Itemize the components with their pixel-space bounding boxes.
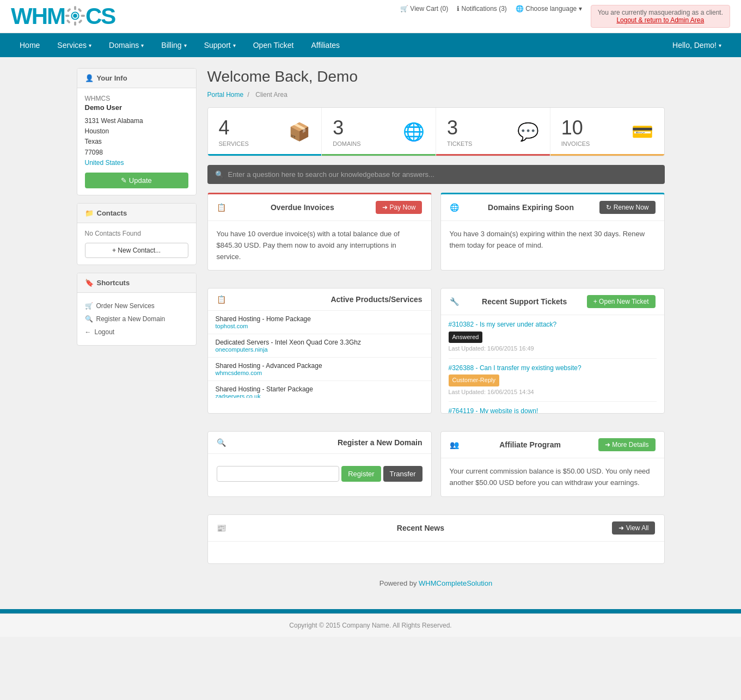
new-contact-button[interactable]: + New Contact...: [85, 243, 188, 258]
nav-domains[interactable]: Domains ▾: [100, 33, 152, 57]
register-domain-header: 🔍 Register a New Domain: [208, 432, 431, 454]
affiliate-text: Your current commission balance is $50.0…: [450, 467, 650, 487]
renew-now-button[interactable]: ↻ Renew Now: [599, 201, 655, 214]
no-contacts-text: No Contacts Found: [85, 230, 188, 237]
nav-hello-chevron: ▾: [719, 42, 721, 48]
contacts-box: 📁 Contacts No Contacts Found + New Conta…: [77, 203, 197, 265]
active-services-panel: 📋 Active Products/Services Shared Hostin…: [207, 288, 432, 414]
notifications-link[interactable]: ℹ Notifications (3): [457, 5, 507, 13]
cart-link[interactable]: 🛒 View Cart (0): [400, 5, 448, 13]
ticket-icon: 💬: [517, 121, 539, 142]
domains-expiring-text: You have 3 domain(s) expiring within the…: [450, 230, 645, 249]
ticket-date-0: Last Updated: 16/06/2015 16:49: [449, 344, 657, 354]
search-input[interactable]: [228, 170, 657, 179]
stat-domains-number: 3: [333, 116, 360, 139]
stat-domains: 3 DOMAINS 🌐: [322, 108, 436, 156]
open-new-ticket-button[interactable]: + Open New Ticket: [587, 295, 656, 308]
address-line3: Texas: [85, 137, 188, 147]
ticket-date-1: Last Updated: 16/06/2015 14:34: [449, 388, 657, 397]
footer-teal-bar: [0, 609, 741, 613]
service-item-1: Dedicated Servers - Intel Xeon Quad Core…: [208, 334, 431, 358]
ticket-id-1: #326388: [449, 364, 474, 372]
ticket-link-1[interactable]: #326388 - Can I transfer my existing web…: [449, 364, 581, 372]
nav-billing-chevron: ▾: [184, 42, 187, 48]
domains-expiring-icon: 🌐: [450, 203, 459, 212]
services-panel-icon: 📋: [217, 295, 226, 304]
overdue-invoices-panel: 📋 Overdue Invoices ➜ Pay Now You have 10…: [207, 193, 432, 271]
masquerade-text: You are currently masquerading as a clie…: [598, 9, 723, 16]
language-link[interactable]: 🌐 Choose language ▾: [516, 5, 582, 13]
domains-expiring-body: You have 3 domain(s) expiring within the…: [441, 221, 664, 259]
shortcut-domain-label: Register a New Domain: [96, 315, 166, 323]
pay-now-button[interactable]: ➜ Pay Now: [376, 201, 422, 214]
stat-invoices: 10 INVOICES 💳: [550, 108, 664, 156]
shortcut-logout[interactable]: ← Logout: [85, 326, 188, 339]
domain-reg-icon: 🔍: [217, 438, 226, 447]
copyright-text: Copyright © 2015 Company Name. All Right…: [289, 622, 451, 629]
ticket-link-2[interactable]: #764119 - My website is down!: [449, 407, 538, 413]
domains-expiring-panel: 🌐 Domains Expiring Soon ↻ Renew Now You …: [440, 193, 665, 271]
ticket-link-0[interactable]: #310382 - Is my server under attack?: [449, 321, 557, 328]
domain-input[interactable]: [217, 466, 340, 482]
service-domain-2[interactable]: whmcsdemo.com: [216, 370, 424, 376]
transfer-domain-button[interactable]: Transfer: [383, 466, 422, 482]
news-icon: 📰: [217, 524, 226, 532]
content-area: Welcome Back, Demo Portal Home / Client …: [207, 68, 665, 587]
stat-services-number: 4: [219, 116, 249, 139]
nav-services[interactable]: Services ▾: [48, 33, 100, 57]
main-wrapper: 👤 Your Info WHMCS Demo User 3131 West Al…: [66, 57, 676, 598]
invoice-panel-icon: 📋: [217, 203, 226, 212]
language-label: Choose language: [525, 5, 577, 13]
nav-affiliates[interactable]: Affiliates: [302, 33, 348, 57]
nav-domains-label: Domains: [109, 41, 139, 50]
nav-hello[interactable]: Hello, Demo! ▾: [664, 33, 730, 57]
shortcuts-header: 🔖 Shortcuts: [77, 273, 196, 293]
nav-support[interactable]: Support ▾: [195, 33, 244, 57]
svg-rect-5: [67, 8, 71, 13]
service-domain-0[interactable]: tophost.com: [216, 323, 424, 329]
register-domain-button[interactable]: Register: [341, 466, 381, 482]
stat-services-bar: [208, 154, 322, 156]
notifications-label: Notifications (3): [462, 5, 507, 13]
active-services-header: 📋 Active Products/Services: [208, 288, 431, 311]
page-title: Welcome Back, Demo: [207, 68, 665, 85]
server-icon: 📦: [289, 121, 310, 142]
overdue-invoices-text: You have 10 overdue invoice(s) with a to…: [217, 230, 400, 261]
service-name-3: Shared Hosting - Starter Package: [216, 385, 424, 393]
shortcuts-body: 🛒 Order New Services 🔍 Register a New Do…: [77, 293, 196, 345]
logo-text: WHM CS: [11, 3, 115, 29]
shortcut-order[interactable]: 🛒 Order New Services: [85, 299, 188, 312]
recent-tickets-header: 🔧 Recent Support Tickets + Open New Tick…: [441, 288, 664, 315]
breadcrumb-portal-home[interactable]: Portal Home: [207, 91, 244, 99]
nav-open-ticket[interactable]: Open Ticket: [244, 33, 303, 57]
stat-services: 4 SERVICES 📦: [208, 108, 322, 156]
shortcut-domain[interactable]: 🔍 Register a New Domain: [85, 312, 188, 326]
update-button[interactable]: ✎ Update: [85, 173, 188, 188]
service-domain-3[interactable]: zadservers.co.uk: [216, 393, 424, 398]
svg-rect-8: [66, 19, 71, 23]
nav-billing[interactable]: Billing ▾: [152, 33, 195, 57]
globe-icon: 🌐: [403, 121, 425, 142]
shortcuts-box: 🔖 Shortcuts 🛒 Order New Services 🔍 Regis…: [77, 273, 197, 346]
user-address: 3131 West Alabama Houston Texas 77098 Un…: [85, 116, 188, 168]
address-line2: Houston: [85, 126, 188, 137]
nav-home[interactable]: Home: [11, 33, 48, 57]
stat-invoices-bar: [550, 154, 664, 156]
recent-tickets-panel: 🔧 Recent Support Tickets + Open New Tick…: [440, 288, 665, 414]
nav-support-chevron: ▾: [233, 42, 236, 48]
svg-rect-4: [81, 15, 85, 17]
service-item-3: Shared Hosting - Starter Package zadserv…: [208, 381, 431, 398]
powered-by-link[interactable]: WHMCompleteSolution: [419, 579, 492, 587]
nav-billing-label: Billing: [161, 41, 181, 50]
stat-tickets-bar: [436, 154, 550, 156]
recent-tickets-title: Recent Support Tickets: [482, 297, 567, 306]
ticket-title-1: Can I transfer my existing website?: [480, 364, 581, 372]
recent-news-body: [208, 542, 664, 563]
ticket-item-0: #310382 - Is my server under attack? Ans…: [449, 315, 657, 358]
logout-shortcut-icon: ←: [85, 328, 91, 336]
service-domain-1[interactable]: onecomputers.ninja: [216, 346, 424, 353]
view-all-news-button[interactable]: ➜ View All: [612, 521, 655, 535]
svg-rect-1: [74, 6, 76, 10]
masquerade-logout-link[interactable]: Logout & return to Admin Area: [616, 16, 704, 24]
more-details-button[interactable]: ➜ More Details: [598, 438, 656, 451]
